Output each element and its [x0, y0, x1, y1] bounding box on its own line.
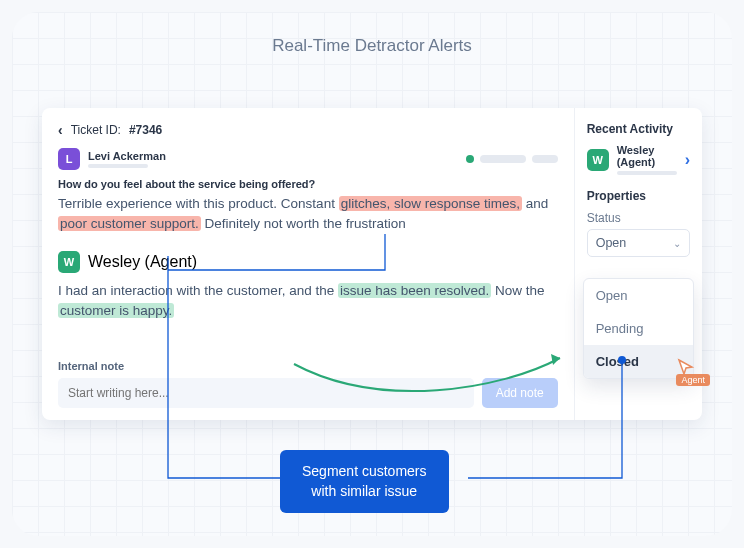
highlight-negative: glitches, slow response times,	[339, 196, 522, 211]
agent-name: Wesley (Agent)	[88, 253, 197, 270]
activity-agent-name: Wesley (Agent)	[617, 144, 677, 168]
timestamp-placeholder	[88, 164, 148, 168]
internal-note-label: Internal note	[58, 360, 558, 372]
highlight-negative: poor customer support.	[58, 216, 201, 231]
status-indicator	[466, 155, 558, 163]
status-option-pending[interactable]: Pending	[584, 312, 693, 345]
recent-activity-heading: Recent Activity	[587, 122, 690, 136]
ticket-id-label: Ticket ID:	[71, 123, 121, 137]
status-value: Open	[596, 236, 627, 250]
status-label: Status	[587, 211, 690, 225]
segment-callout: Segment customers with similar issue	[280, 450, 449, 513]
cursor-icon: Agent	[662, 358, 710, 386]
recent-activity-item[interactable]: W Wesley (Agent) ›	[587, 144, 690, 175]
customer-avatar: L	[58, 148, 80, 170]
highlight-positive: customer is happy.	[58, 303, 174, 318]
internal-note-input[interactable]	[58, 378, 474, 408]
page-title: Real-Time Detractor Alerts	[0, 36, 744, 56]
customer-message: L Levi Ackerman How do you feel about th…	[58, 148, 558, 235]
customer-message-body: Terrible experience with this product. C…	[58, 194, 558, 235]
status-option-open[interactable]: Open	[584, 279, 693, 312]
agent-avatar: W	[587, 149, 609, 171]
ticket-card: ‹ Ticket ID: #7346 L Levi Ackerman How d…	[42, 108, 702, 420]
back-icon[interactable]: ‹	[58, 122, 63, 138]
cursor-tag: Agent	[676, 374, 710, 386]
chevron-right-icon: ›	[685, 151, 690, 169]
customer-name: Levi Ackerman	[88, 150, 166, 162]
add-note-button[interactable]: Add note	[482, 378, 558, 408]
chevron-down-icon: ⌄	[673, 238, 681, 249]
ticket-id: #7346	[129, 123, 162, 137]
agent-message: W Wesley (Agent) I had an interaction wi…	[58, 251, 558, 322]
properties-heading: Properties	[587, 189, 690, 203]
status-select[interactable]: Open ⌄	[587, 229, 690, 257]
agent-avatar: W	[58, 251, 80, 273]
highlight-positive: issue has been resolved.	[338, 283, 491, 298]
survey-question: How do you feel about the service being …	[58, 178, 558, 190]
activity-meta-placeholder	[617, 171, 677, 175]
agent-message-body: I had an interaction with the customer, …	[58, 281, 558, 322]
